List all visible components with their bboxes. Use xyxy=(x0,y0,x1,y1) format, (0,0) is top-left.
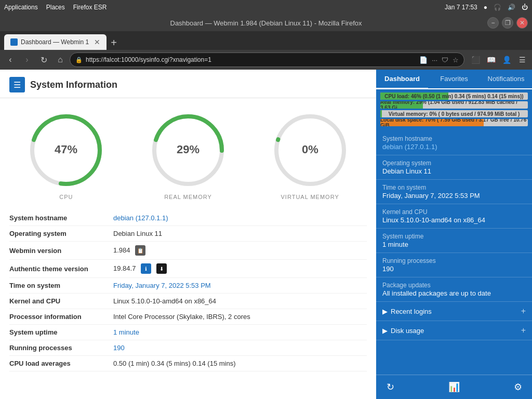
kernel-value: Linux 5.10.0-10-amd64 on x86_64 xyxy=(113,297,216,305)
os-label: Operating system xyxy=(9,230,113,237)
tab-favicon xyxy=(10,38,18,46)
browser-title: Dashboard — Webmin 1.984 (Debian Linux 1… xyxy=(170,19,362,27)
dash-hostname-link[interactable]: debian (127.0.1.1) xyxy=(382,143,437,151)
more-options-icon[interactable]: ··· xyxy=(432,56,437,64)
os-menu-firefox[interactable]: Firefox ESR xyxy=(73,4,107,11)
dash-time-section: Time on system Friday, January 7, 2022 5… xyxy=(376,180,532,204)
right-panel: Dashboard Favorites Notifications CPU lo… xyxy=(376,70,532,399)
table-row: Time on system Friday, January 7, 2022 5… xyxy=(9,278,367,294)
url-text: https://falcot:10000/sysinfo.cgi?xnaviga… xyxy=(86,56,416,63)
virt-mem-bar-text: Virtual memory: 0% ( 0 bytes used / 974.… xyxy=(380,110,528,117)
url-bar-row: ‹ › ↻ ⌂ 🔒 https://falcot:10000/sysinfo.c… xyxy=(0,50,532,70)
left-panel: ☰ System Information 47% CPU 29% xyxy=(0,70,376,399)
settings-button[interactable]: ⚙ xyxy=(510,379,526,395)
cpu-gauge: 47% CPU xyxy=(14,109,118,200)
window-controls: − ❐ ✕ xyxy=(487,17,528,29)
tab-bar: Dashboard — Webmin 1 ✕ + xyxy=(0,31,532,50)
recent-logins-text: Recent logins xyxy=(391,308,432,315)
time-label: Time on system xyxy=(9,282,113,289)
disk-bar-text: Local disk space: 70% ( 7.59 GiB used / … xyxy=(380,119,528,126)
new-tab-button[interactable]: + xyxy=(107,35,121,50)
dash-os-label: Operating system xyxy=(382,159,526,167)
dash-packages-section: Package updates All installed packages a… xyxy=(376,277,532,302)
svg-text:0%: 0% xyxy=(302,143,318,156)
url-box[interactable]: 🔒 https://falcot:10000/sysinfo.cgi?xnavi… xyxy=(70,52,464,67)
virt-mem-status-bar: Virtual memory: 0% ( 0 bytes used / 974.… xyxy=(380,110,528,117)
uptime-value: 1 minute xyxy=(113,328,139,336)
load-avg-label: CPU load averages xyxy=(9,360,113,367)
forward-button[interactable]: › xyxy=(20,52,34,67)
copy-icon[interactable]: 📋 xyxy=(135,245,145,256)
system-info-header: ☰ System Information xyxy=(0,70,376,98)
tab-close-button[interactable]: ✕ xyxy=(94,38,100,46)
table-row: CPU load averages 0.50 (1 min) 0.34 (5 m… xyxy=(9,356,367,371)
os-power-icon[interactable]: ⏻ xyxy=(522,4,528,11)
os-menu-applications[interactable]: Applications xyxy=(4,4,38,11)
processes-link[interactable]: 190 xyxy=(113,344,125,352)
minimize-button[interactable]: − xyxy=(487,17,499,29)
virtual-memory-gauge: 0% VIRTUAL MEMORY xyxy=(258,109,362,200)
reload-button[interactable]: ↻ xyxy=(36,52,51,67)
dash-kernel-value: Linux 5.10.0-10-amd64 on x86_64 xyxy=(382,216,526,224)
uptime-label: System uptime xyxy=(9,328,113,336)
dashboard-tabs: Dashboard Favorites Notifications xyxy=(376,70,532,89)
reader-view-icon[interactable]: 📄 xyxy=(419,56,428,64)
tab-dashboard[interactable]: Dashboard xyxy=(376,70,428,89)
tab-notifications[interactable]: Notifications xyxy=(480,70,532,88)
real-mem-bar-text: Real memory: 29% (1.04 GiB used / 912.83… xyxy=(380,101,528,109)
os-headphone-icon: 🎧 xyxy=(494,4,501,11)
download-icon[interactable]: ⬇ xyxy=(156,263,167,274)
virtual-memory-gauge-label: VIRTUAL MEMORY xyxy=(258,194,362,200)
dash-os-section: Operating system Debian Linux 11 xyxy=(376,155,532,180)
cpu-status-bar: CPU load: 46% (0.50 (1 min) 0.34 (5 mins… xyxy=(380,92,528,100)
info-icon[interactable]: ℹ xyxy=(141,263,151,274)
cpu-bar-text: CPU load: 46% (0.50 (1 min) 0.34 (5 mins… xyxy=(380,92,528,100)
browser-menu-icon[interactable]: ☰ xyxy=(515,53,529,66)
processor-value: Intel Core Processor (Skylake, IBRS), 2 … xyxy=(113,313,250,321)
browser-actions: ⬛ 📖 👤 ☰ xyxy=(469,53,529,66)
browser-tab-active[interactable]: Dashboard — Webmin 1 ✕ xyxy=(4,34,107,50)
dash-time-value: Friday, January 7, 2022 5:53 PM xyxy=(382,192,526,200)
table-row: Webmin version 1.984 📋 xyxy=(9,242,367,260)
disk-usage-expand[interactable]: ▶ Disk usage + xyxy=(376,321,532,340)
dash-uptime-section: System uptime 1 minute xyxy=(376,229,532,253)
theme-version-label: Authentic theme version xyxy=(9,265,113,273)
table-row: Kernel and CPU Linux 5.10.0-10-amd64 on … xyxy=(9,294,367,309)
tab-favorites[interactable]: Favorites xyxy=(428,70,480,88)
restore-button[interactable]: ❐ xyxy=(502,17,513,29)
reading-list-icon[interactable]: 📖 xyxy=(484,53,498,66)
dash-packages-value: All installed packages are up to date xyxy=(382,289,526,297)
collections-icon[interactable]: ⬛ xyxy=(469,53,482,66)
table-row: Running processes 190 xyxy=(9,340,367,356)
time-value: Friday, January 7, 2022 5:53 PM xyxy=(113,282,211,289)
dash-uptime-label: System uptime xyxy=(382,233,526,240)
tab-label: Dashboard — Webmin 1 xyxy=(21,38,89,46)
close-button[interactable]: ✕ xyxy=(516,17,528,29)
dash-uptime-value: 1 minute xyxy=(382,241,526,248)
disk-usage-label: ▶ Disk usage xyxy=(382,327,424,335)
chart-button[interactable]: 📊 xyxy=(446,379,462,395)
recent-logins-chevron-icon: ▶ xyxy=(382,308,388,315)
page-title: System Information xyxy=(30,79,117,90)
bookmark-icon[interactable]: ☆ xyxy=(453,56,459,64)
back-button[interactable]: ‹ xyxy=(3,52,18,67)
app-layout: ☰ System Information 47% CPU 29% xyxy=(0,70,532,399)
sidebar-toggle-button[interactable]: ☰ xyxy=(9,77,25,92)
home-button[interactable]: ⌂ xyxy=(53,52,68,67)
refresh-button[interactable]: ↻ xyxy=(382,379,398,395)
recent-logins-label: ▶ Recent logins xyxy=(382,308,432,315)
shield-icon[interactable]: 🛡 xyxy=(442,56,448,64)
real-mem-bar-track: Real memory: 29% (1.04 GiB used / 912.83… xyxy=(380,101,528,109)
table-row: Operating system Debian Linux 11 xyxy=(9,226,367,242)
profile-icon[interactable]: 👤 xyxy=(500,53,513,66)
uptime-link[interactable]: 1 minute xyxy=(113,328,139,336)
disk-bar-track: Local disk space: 70% ( 7.59 GiB used / … xyxy=(380,119,528,126)
table-row: System uptime 1 minute xyxy=(9,325,367,340)
webmin-version-label: Webmin version xyxy=(9,247,113,255)
time-link[interactable]: Friday, January 7, 2022 5:53 PM xyxy=(113,282,211,289)
recent-logins-expand[interactable]: ▶ Recent logins + xyxy=(376,302,532,321)
real-mem-status-bar: Real memory: 29% (1.04 GiB used / 912.83… xyxy=(380,101,528,109)
hostname-link[interactable]: debian (127.0.1.1) xyxy=(113,214,168,222)
disk-usage-chevron-icon: ▶ xyxy=(382,327,388,335)
os-menu-places[interactable]: Places xyxy=(46,4,65,11)
